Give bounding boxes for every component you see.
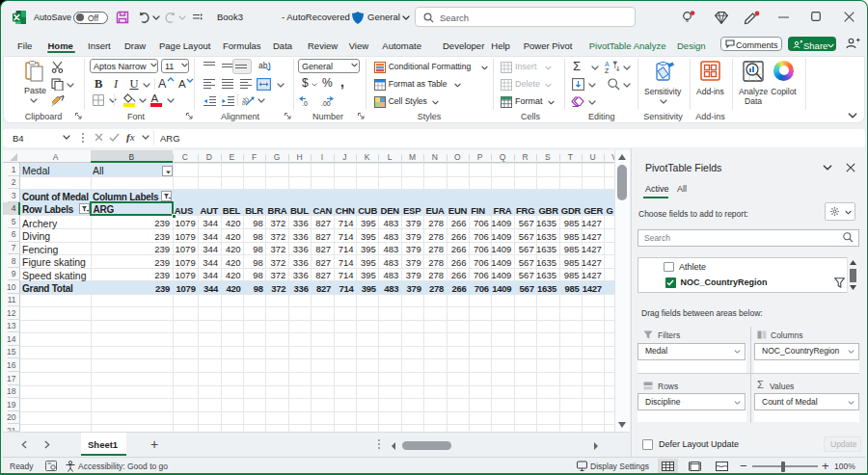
svg-text:ab: ab bbox=[258, 61, 268, 70]
svg-text:Z: Z bbox=[605, 67, 610, 74]
svg-text:.0: .0 bbox=[302, 100, 308, 107]
svg-text:A: A bbox=[605, 61, 610, 67]
svg-text:.00: .00 bbox=[321, 100, 331, 107]
